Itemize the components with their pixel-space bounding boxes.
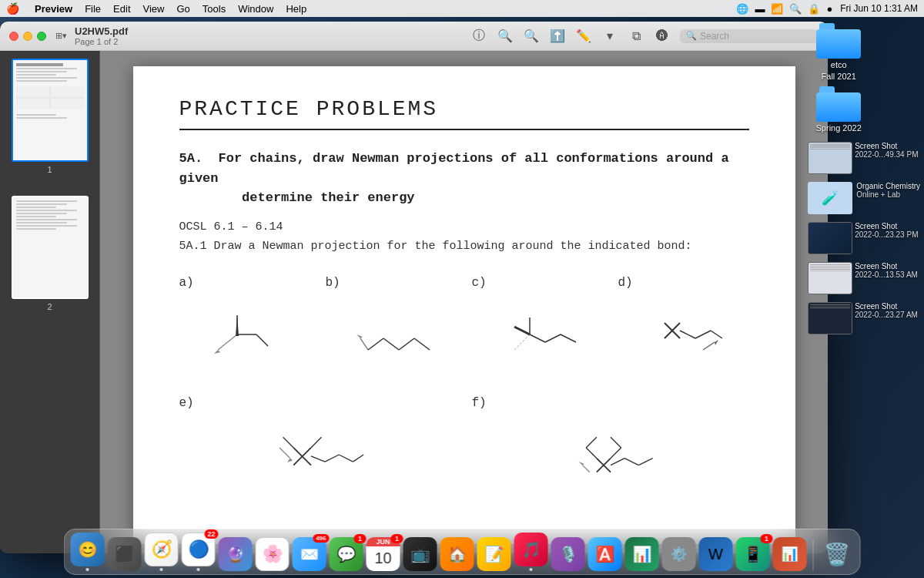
desktop-folder-spring[interactable]: Spring 2022 (808, 86, 869, 133)
svg-marker-1 (214, 350, 220, 354)
main-pdf-area: PRACTICE PROBLEMS 5A. For chains, draw N… (100, 51, 828, 553)
appstore-icon[interactable]: 🅰️ (588, 537, 622, 571)
menu-go[interactable]: Go (176, 3, 189, 15)
whatsapp-badge: 1 (761, 534, 773, 543)
dock-word[interactable]: W (699, 537, 733, 571)
desktop-oc-icon[interactable]: 🧪 Organic Chemistry Online + Lab (808, 180, 920, 216)
chevron-down-icon[interactable]: ▾ (601, 28, 618, 45)
desktop-screenshot-3[interactable]: Screen Shot 2022-0...13.53 AM (808, 260, 920, 296)
dock-music[interactable]: 🎵 (514, 533, 548, 571)
tv-icon[interactable]: 📺 (403, 537, 437, 571)
dock-trash[interactable]: 🗑️ (820, 537, 854, 571)
home-icon[interactable]: 🏠 (440, 537, 474, 571)
dock-powerpoint[interactable]: 📊 (773, 537, 807, 571)
dock-whatsapp[interactable]: 📱 1 (736, 537, 770, 571)
minimize-button[interactable] (23, 32, 32, 41)
svg-line-17 (561, 334, 576, 342)
svg-marker-24 (715, 340, 718, 345)
molecule-c: c) (472, 276, 603, 373)
menu-window[interactable]: Window (238, 3, 273, 15)
menu-file[interactable]: File (85, 3, 101, 15)
chrome-badge: 22 (204, 529, 218, 539)
page-thumb-2[interactable] (12, 196, 89, 299)
desktop-screenshot-2[interactable]: Screen Shot 2022-0...23.23 PM (808, 220, 920, 256)
molecule-f: f) (472, 396, 749, 493)
podcasts-icon[interactable]: 🎙️ (551, 537, 585, 571)
dock-podcasts[interactable]: 🎙️ (551, 537, 585, 571)
close-button[interactable] (9, 32, 18, 41)
mail-badge: 496 (313, 534, 329, 543)
dock-chrome[interactable]: 🔵 22 (182, 533, 216, 571)
unknown-icon[interactable]: ⚙️ (662, 537, 696, 571)
notes-icon[interactable]: 📝 (477, 537, 511, 571)
svg-line-15 (530, 334, 545, 342)
circled-a-icon[interactable]: 🅐 (654, 28, 671, 45)
powerpoint-icon[interactable]: 📊 (773, 537, 807, 571)
molecule-c-label: c) (472, 276, 487, 290)
word-icon[interactable]: W (699, 537, 733, 571)
molecule-e-label: e) (179, 396, 194, 410)
dock-appstore[interactable]: 🅰️ (588, 537, 622, 571)
share-icon[interactable]: ⬆️ (549, 28, 566, 45)
page-thumb-1[interactable] (12, 59, 89, 162)
oc-label: Organic Chemistry (856, 182, 920, 190)
edit-icon[interactable]: ✏️ (575, 28, 592, 45)
dock-finder[interactable]: 😊 (71, 533, 105, 571)
svg-line-25 (280, 447, 290, 458)
desktop: 🍎 Preview File Edit View Go Tools Window… (0, 0, 924, 578)
zoom-out-icon[interactable]: 🔍 (497, 28, 514, 45)
menu-tools[interactable]: Tools (203, 3, 226, 15)
maximize-button[interactable] (37, 32, 46, 41)
screenshot-4-date: 2022-0...23.27 AM (855, 311, 918, 319)
svg-line-6 (360, 338, 368, 350)
search-input[interactable] (700, 31, 808, 42)
svg-line-10 (399, 338, 414, 350)
music-icon[interactable]: 🎵 (514, 533, 548, 566)
zoom-in-icon[interactable]: 🔍 (523, 28, 540, 45)
molecule-b-drawing (326, 296, 457, 373)
molecule-b-label: b) (326, 276, 340, 290)
dock-unknown[interactable]: ⚙️ (662, 537, 696, 571)
dock-excel[interactable]: 📊 (625, 537, 659, 571)
menu-help[interactable]: Help (286, 3, 306, 15)
search-bar[interactable]: 🔍 (680, 29, 819, 43)
excel-icon[interactable]: 📊 (625, 537, 659, 571)
clock: Fri Jun 10 1:31 AM (840, 3, 918, 14)
svg-line-31 (310, 455, 324, 461)
info-icon[interactable]: ⓘ (470, 28, 487, 45)
dock-photos[interactable]: 🌸 (256, 537, 290, 571)
dock-notes[interactable]: 📝 (477, 537, 511, 571)
molecules-row-2: e) (179, 396, 749, 493)
dock-home[interactable]: 🏠 (440, 537, 474, 571)
apple-menu[interactable]: 🍎 (6, 2, 19, 15)
dock-messages[interactable]: 💬 1 (330, 537, 363, 571)
svg-marker-5 (236, 315, 239, 336)
siri-icon[interactable]: 🔮 (219, 537, 253, 571)
trash-icon[interactable]: 🗑️ (820, 537, 854, 571)
molecule-f-drawing (472, 416, 749, 493)
copy-icon[interactable]: ⧉ (628, 28, 644, 45)
menu-preview[interactable]: Preview (35, 3, 72, 15)
svg-line-23 (703, 342, 715, 350)
photos-icon[interactable]: 🌸 (256, 537, 290, 571)
safari-icon[interactable]: 🧭 (145, 533, 179, 566)
dock-calendar[interactable]: JUN 10 1 (367, 537, 400, 571)
molecule-e-drawing (179, 416, 457, 493)
desktop-folder-etco[interactable]: etco Fall 2021 (808, 23, 869, 82)
dock-tv[interactable]: 📺 (403, 537, 437, 571)
molecule-d-label: d) (618, 276, 633, 290)
dock-mail[interactable]: ✉️ 496 (293, 537, 326, 571)
dock-safari[interactable]: 🧭 (145, 533, 179, 571)
desktop-screenshot-4[interactable]: Screen Shot 2022-0...23.27 AM (808, 301, 920, 336)
screenshot-2-date: 2022-0...23.23 PM (855, 230, 918, 239)
svg-line-9 (383, 338, 399, 350)
molecule-b: b) (326, 276, 457, 373)
launchpad-icon[interactable]: ⬛ (108, 537, 142, 571)
desktop-screenshot-1[interactable]: Screen Shot 2022-0...49.34 PM (808, 140, 920, 176)
desktop-right-icons: etco Fall 2021 Spring 2022 (808, 23, 920, 336)
menu-edit[interactable]: Edit (113, 3, 130, 15)
dock-launchpad[interactable]: ⬛ (108, 537, 142, 571)
dock-siri[interactable]: 🔮 (219, 537, 253, 571)
finder-icon[interactable]: 😊 (71, 533, 105, 566)
menu-view[interactable]: View (143, 3, 165, 15)
